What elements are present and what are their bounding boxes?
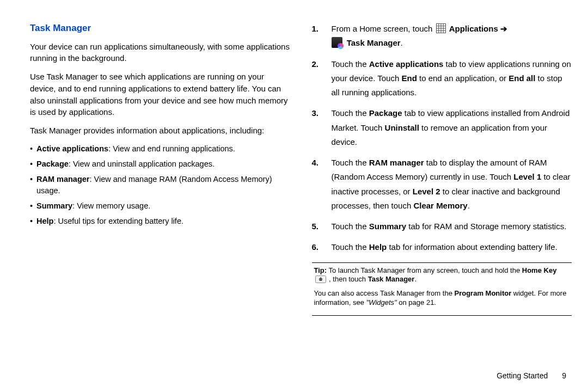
bullet-active-apps: Active applications: View and end runnin… <box>30 143 290 155</box>
bullet-list: Active applications: View and end runnin… <box>30 143 290 227</box>
bullet-summary: Summary: View memory usage. <box>30 200 290 212</box>
step-4: 4. Touch the RAM manager tab to display … <box>312 156 572 213</box>
step-2: 2. Touch the Active applications tab to … <box>312 57 572 100</box>
home-key-icon <box>315 275 326 286</box>
divider-top <box>312 262 572 263</box>
step-1: 1. From a Home screen, touch <box>312 22 572 51</box>
tip-block: Tip: To launch Task Manager from any scr… <box>312 266 572 308</box>
steps-list: 1. From a Home screen, touch <box>312 22 572 255</box>
footer-section: Getting Started <box>497 371 548 380</box>
bullet-package: Package: View and uninstall application … <box>30 158 290 170</box>
bullet-ram-manager: RAM manager: View and manage RAM (Random… <box>30 174 290 197</box>
intro-para-1: Your device can run applications simulta… <box>30 41 290 65</box>
footer-page-number: 9 <box>562 371 566 380</box>
intro-para-3: Task Manager provides information about … <box>30 125 290 137</box>
intro-para-2: Use Task Manager to see which applicatio… <box>30 71 290 118</box>
step-5: 5. Touch the Summary tab for RAM and Sto… <box>312 219 572 234</box>
left-column: Task Manager Your device can run applica… <box>30 22 290 319</box>
task-manager-icon <box>332 37 342 48</box>
right-column: 1. From a Home screen, touch <box>312 22 572 319</box>
bullet-help: Help: Useful tips for extending battery … <box>30 216 290 227</box>
step-3: 3. Touch the Package tab to view applica… <box>312 106 572 149</box>
step-6: 6. Touch the Help tab for information ab… <box>312 240 572 254</box>
page-footer: Getting Started 9 <box>497 371 566 380</box>
divider-bottom <box>312 315 572 316</box>
section-heading: Task Manager <box>30 22 290 35</box>
apps-grid-icon <box>436 23 446 33</box>
